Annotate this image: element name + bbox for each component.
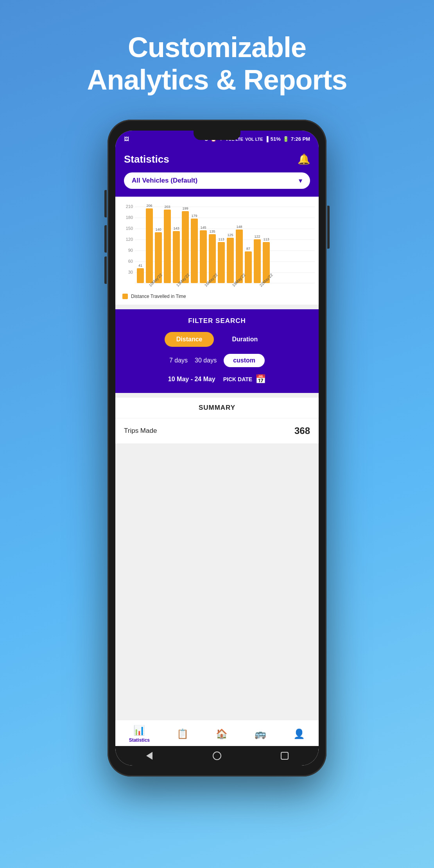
svg-text:210: 210 — [126, 204, 133, 209]
svg-rect-17 — [146, 208, 153, 283]
svg-text:90: 90 — [128, 248, 133, 253]
svg-text:113: 113 — [218, 237, 224, 241]
days-30[interactable]: 30 days — [195, 357, 217, 364]
bar-chart: 210 180 150 120 90 60 30 41 206 — [119, 203, 315, 289]
summary-title: SUMMARY — [115, 398, 319, 418]
nav-reports[interactable]: 📋 — [177, 728, 188, 739]
battery-icon: 🔋 — [283, 136, 289, 142]
svg-text:199: 199 — [182, 206, 188, 210]
svg-text:179: 179 — [191, 214, 197, 218]
svg-text:143: 143 — [173, 226, 179, 230]
svg-text:60: 60 — [128, 259, 133, 264]
nav-home[interactable]: 🏠 — [216, 728, 228, 739]
page-title: Statistics — [124, 153, 169, 165]
pick-date-button[interactable]: PICK DATE 📅 — [223, 374, 266, 384]
svg-rect-15 — [137, 268, 144, 283]
svg-rect-39 — [245, 251, 252, 283]
hero-title: Customizable Analytics & Reports — [87, 31, 347, 96]
date-range: 10 May - 24 May — [168, 376, 215, 383]
nav-vehicles[interactable]: 🚌 — [255, 728, 266, 739]
profile-nav-icon: 👤 — [293, 728, 305, 739]
recents-square-icon — [281, 752, 289, 760]
back-triangle-icon — [146, 752, 152, 760]
statistics-nav-icon: 📊 — [133, 725, 145, 736]
svg-text:206: 206 — [146, 204, 152, 208]
svg-text:135: 135 — [209, 230, 215, 233]
svg-text:125: 125 — [227, 233, 233, 237]
calendar-icon: 📅 — [255, 374, 266, 384]
svg-text:120: 120 — [126, 237, 133, 242]
svg-rect-33 — [218, 242, 225, 283]
svg-text:140: 140 — [155, 228, 161, 231]
legend-label: Distance Travelled in Time — [131, 294, 186, 299]
filter-title: FILTER SEARCH — [124, 317, 310, 325]
statistics-nav-label: Statistics — [129, 737, 150, 743]
days-7[interactable]: 7 days — [169, 357, 188, 364]
trips-label: Trips Made — [124, 427, 157, 435]
phone-navigation-bar — [115, 746, 319, 766]
filter-tabs: Distance Duration — [124, 332, 310, 347]
signal-icon2: VOL LTE — [245, 137, 263, 142]
nav-statistics[interactable]: 📊 Statistics — [129, 725, 150, 743]
trips-value: 368 — [294, 425, 310, 436]
chart-section: 210 180 150 120 90 60 30 41 206 — [115, 197, 319, 305]
svg-text:87: 87 — [246, 247, 250, 251]
home-circle-icon — [213, 751, 221, 760]
svg-text:122: 122 — [254, 235, 260, 239]
bars-icon: ▐ — [265, 136, 269, 142]
phone-mockup: 🖼 ⊖ ⏰ ▼ VOL LTE VOL LTE ▐ 51% 🔋 7:26 PM … — [108, 120, 326, 777]
days-custom[interactable]: custom — [224, 354, 265, 367]
svg-text:180: 180 — [126, 215, 133, 220]
chart-svg: 210 180 150 120 90 60 30 41 206 — [119, 203, 315, 289]
home-button[interactable] — [210, 749, 224, 763]
dropdown-label: All Vehicles (Default) — [132, 177, 197, 185]
recents-button[interactable] — [278, 749, 292, 763]
svg-rect-41 — [254, 239, 261, 283]
filter-days: 7 days 30 days custom — [124, 354, 310, 367]
svg-text:150: 150 — [126, 226, 133, 231]
status-left: 🖼 — [124, 136, 129, 142]
svg-rect-21 — [164, 210, 171, 283]
filter-section: FILTER SEARCH Distance Duration 7 days 3… — [115, 309, 319, 393]
pick-date-label: PICK DATE — [223, 376, 252, 382]
svg-rect-27 — [191, 219, 198, 283]
clock: 7:26 PM — [291, 136, 310, 142]
trips-made-row: Trips Made 368 — [115, 418, 319, 444]
app-header: Statistics 🔔 — [115, 148, 319, 172]
svg-text:145: 145 — [200, 226, 206, 230]
image-icon: 🖼 — [124, 136, 129, 142]
legend-color — [122, 294, 128, 299]
reports-nav-icon: 📋 — [177, 728, 188, 739]
chevron-down-icon: ▾ — [299, 176, 302, 185]
svg-rect-25 — [182, 211, 189, 283]
vehicle-dropdown-container: All Vehicles (Default) ▾ — [115, 172, 319, 197]
svg-rect-23 — [173, 231, 180, 283]
bottom-nav: 📊 Statistics 📋 🏠 🚌 👤 — [115, 720, 319, 746]
back-button[interactable] — [142, 749, 156, 763]
svg-rect-35 — [227, 238, 234, 283]
vehicles-nav-icon: 🚌 — [255, 728, 266, 739]
bell-icon[interactable]: 🔔 — [298, 153, 310, 165]
svg-text:148: 148 — [236, 225, 242, 229]
duration-tab[interactable]: Duration — [220, 332, 269, 347]
home-nav-icon: 🏠 — [216, 728, 228, 739]
svg-text:30: 30 — [128, 270, 133, 274]
svg-rect-29 — [200, 230, 207, 283]
nav-profile[interactable]: 👤 — [293, 728, 305, 739]
summary-section: SUMMARY Trips Made 368 — [115, 398, 319, 444]
notch — [194, 131, 240, 140]
svg-text:113: 113 — [263, 237, 269, 241]
chart-legend: Distance Travelled in Time — [119, 292, 315, 301]
filter-date-row: 10 May - 24 May PICK DATE 📅 — [124, 374, 310, 384]
distance-tab[interactable]: Distance — [165, 332, 214, 347]
battery-percent: 51% — [271, 136, 281, 142]
svg-text:41: 41 — [138, 264, 142, 267]
phone-screen: 🖼 ⊖ ⏰ ▼ VOL LTE VOL LTE ▐ 51% 🔋 7:26 PM … — [115, 131, 319, 766]
vehicle-dropdown[interactable]: All Vehicles (Default) ▾ — [124, 172, 310, 189]
svg-text:203: 203 — [164, 205, 170, 209]
